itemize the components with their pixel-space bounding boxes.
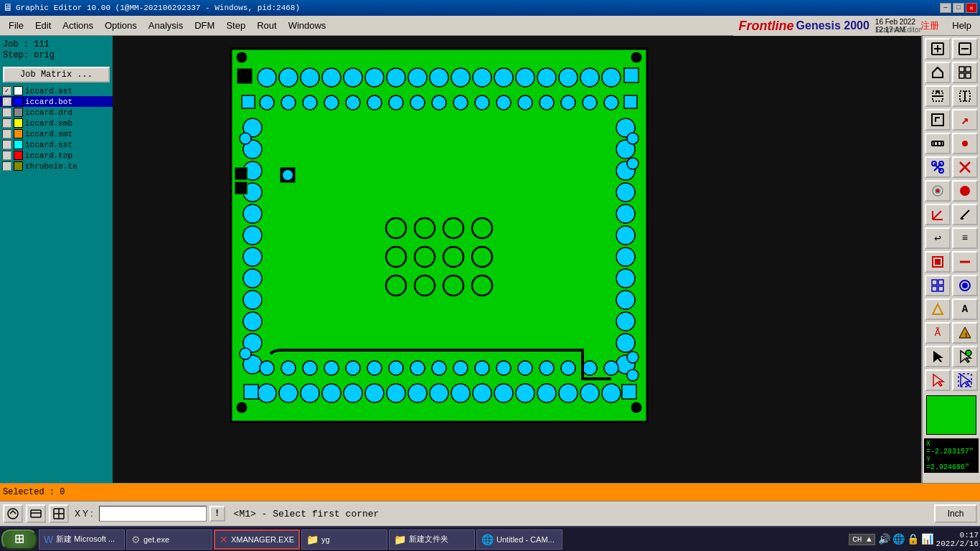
text-a2-button[interactable]: Ã [925,322,951,344]
toolbar-row-6 [925,251,978,273]
exclaim-button[interactable]: ! [209,506,225,522]
text-a-button[interactable]: A [952,298,978,320]
svg-point-94 [260,361,274,375]
taskbar-xmanager[interactable]: ✕ XMANAGER.EXE [214,529,300,550]
zoom-fit-button[interactable]: ↗ [952,109,978,131]
svg-point-90 [580,384,599,402]
svg-point-21 [303,95,317,110]
circle-sel-button[interactable] [925,180,951,202]
angle-button[interactable] [925,204,951,225]
zoom-out-button[interactable] [952,38,978,60]
select-button[interactable] [925,346,951,367]
fill-button[interactable] [952,180,978,202]
layer-checkbox-5[interactable] [2,140,11,149]
svg-rect-38 [237,68,253,84]
menu-rout[interactable]: Rout [251,19,282,32]
start-button[interactable]: ⊞ [1,529,37,550]
flip-v-button[interactable] [925,85,951,107]
properties-button[interactable] [952,275,978,296]
dash-button[interactable] [952,251,978,273]
taskbar-getexe[interactable]: ⚙ get.exe [126,529,212,550]
layer-checkbox-0[interactable]: ✓ [2,86,11,95]
svg-point-105 [496,361,511,375]
svg-point-85 [473,384,491,402]
layer-color-1 [14,97,23,106]
layer-checkbox-6[interactable] [2,151,11,160]
pcb-view[interactable] [224,42,661,429]
svg-point-113 [627,133,639,144]
taskbar-cam[interactable]: 🌐 Untitled - CAM... [476,529,562,550]
close-button[interactable]: ✕ [966,3,977,13]
svg-point-34 [583,95,597,110]
cross-button[interactable] [952,156,978,178]
layer-item-1[interactable]: ✓ iccard.bot [0,96,113,107]
layer-checkbox-1[interactable]: ✓ [2,97,11,106]
svg-point-108 [561,361,575,375]
pencil-button[interactable] [952,204,978,225]
menu-windows[interactable]: Windows [283,19,332,32]
job-matrix-button[interactable]: Job Matrix ... [3,67,110,83]
triangle-button[interactable] [925,298,951,320]
home-button[interactable] [925,62,951,83]
undo-button[interactable]: ↩ [925,227,951,249]
help-menu[interactable]: Help [946,19,977,32]
command-bar: X Y : ! <M1> - Select first corner Inch [0,501,980,526]
layer-checkbox-2[interactable] [2,108,11,117]
svg-point-12 [494,68,513,87]
menu-actions[interactable]: Actions [57,19,99,32]
menu-file[interactable]: File [3,19,29,32]
svg-point-91 [602,384,621,402]
select-all-button[interactable] [952,369,978,391]
svg-point-44 [243,226,262,245]
svg-rect-18 [624,68,639,83]
menu-step[interactable]: Step [220,19,251,32]
minimize-button[interactable]: ─ [940,3,951,13]
layer-item-7[interactable]: thrubole.ta [0,161,113,171]
svg-point-8 [408,68,427,87]
drc-button[interactable]: ! [952,322,978,344]
svg-point-106 [518,361,532,375]
svg-point-122 [283,170,293,180]
menu-analysis[interactable]: Analysis [143,19,189,32]
menu-dfm[interactable]: DFM [189,19,220,32]
layer-checkbox-3[interactable] [2,118,11,128]
taskbar-yg[interactable]: 📁 yg [301,529,387,550]
toolbar-row-2b: ↗ [925,109,978,131]
list-button[interactable]: ≡ [952,227,978,249]
layer-checkbox-4[interactable] [2,129,11,138]
taskbar-folder[interactable]: 📁 新建文件夹 [389,529,475,550]
layer-item-5[interactable]: iccard.sst [0,139,113,150]
measure-button[interactable] [925,133,951,154]
svg-rect-92 [244,385,258,399]
dot-button[interactable] [952,133,978,154]
ch-button[interactable]: CH ▲ [849,534,875,545]
cmd-btn-left1[interactable] [3,504,23,523]
taskbar-word[interactable]: W 新建 Microsoft ... [39,529,125,550]
cmd-btn-left2[interactable] [26,504,46,523]
net-button[interactable] [925,156,951,178]
cmd-btn-left3[interactable] [49,504,69,523]
menu-edit[interactable]: Edit [29,19,57,32]
layer-item-0[interactable]: ✓ iccard.ast [0,85,113,96]
unit-button[interactable]: Inch [934,504,977,523]
flip-h-button[interactable] [952,85,978,107]
layer-name-5: iccard.sst [25,141,72,149]
layer-item-6[interactable]: iccard.top [0,150,113,161]
select-net-button[interactable] [952,346,978,367]
layer-item-2[interactable]: iccard.drd [0,107,113,118]
svg-point-104 [475,361,489,375]
zoom-in-button[interactable] [925,38,951,60]
layer-checkbox-7[interactable] [2,161,11,171]
xy-input[interactable] [99,506,207,522]
grid-button[interactable] [952,62,978,83]
menu-options[interactable]: Options [99,19,143,32]
select-shape-button[interactable] [925,369,951,391]
layer-item-3[interactable]: iccard.smb [0,118,113,128]
layer-item-4[interactable]: iccard.smt [0,128,113,139]
resize-button[interactable] [925,109,951,131]
matrix-button[interactable] [925,275,951,296]
center-canvas[interactable] [113,36,921,483]
maximize-button[interactable]: □ [953,3,964,13]
pad-button[interactable] [925,251,951,273]
toolbar-row-1 [925,38,978,60]
